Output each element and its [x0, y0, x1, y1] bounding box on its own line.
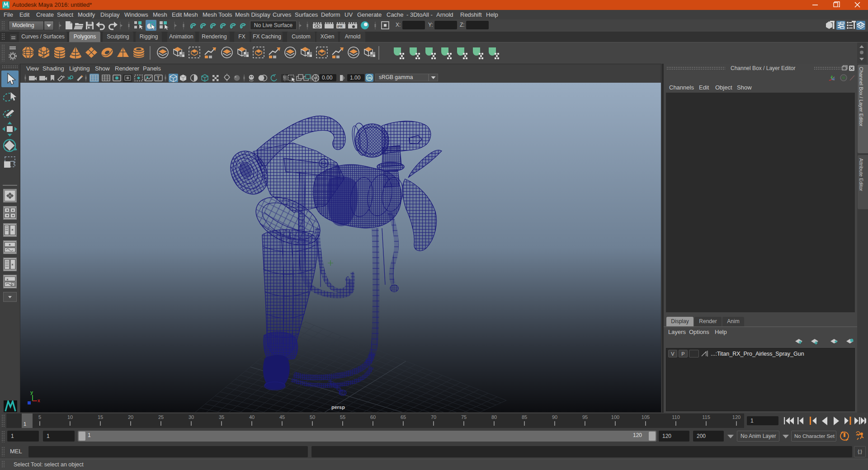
svg-text:15: 15 — [98, 414, 103, 420]
svg-text:5: 5 — [38, 414, 41, 420]
svg-text:ON: ON — [367, 76, 372, 80]
svg-text:50: 50 — [310, 414, 315, 420]
svg-text:55: 55 — [340, 414, 345, 420]
svg-text:120: 120 — [732, 414, 741, 420]
svg-text:T: T — [157, 75, 160, 81]
svg-text:45: 45 — [279, 414, 285, 420]
svg-text:75: 75 — [461, 414, 467, 420]
svg-text:10: 10 — [67, 414, 73, 420]
svg-text:85: 85 — [522, 414, 527, 420]
svg-text:90: 90 — [552, 414, 557, 420]
svg-text:IPR: IPR — [337, 25, 343, 28]
svg-text:y: y — [30, 390, 33, 395]
svg-text:1: 1 — [24, 421, 26, 427]
svg-text:60: 60 — [370, 414, 376, 420]
svg-text:105: 105 — [642, 414, 650, 420]
svg-text:80: 80 — [491, 414, 497, 420]
svg-text:x: x — [38, 398, 40, 403]
svg-text:20: 20 — [128, 414, 133, 420]
svg-text:110: 110 — [672, 414, 680, 420]
svg-text:25: 25 — [158, 414, 164, 420]
svg-text:115: 115 — [702, 414, 710, 420]
svg-text:30: 30 — [189, 414, 194, 420]
svg-text:35: 35 — [219, 414, 224, 420]
svg-text:95: 95 — [582, 414, 588, 420]
svg-text:100: 100 — [611, 414, 619, 420]
svg-text:65: 65 — [401, 414, 406, 420]
svg-text:40: 40 — [249, 414, 255, 420]
svg-text:70: 70 — [431, 414, 436, 420]
